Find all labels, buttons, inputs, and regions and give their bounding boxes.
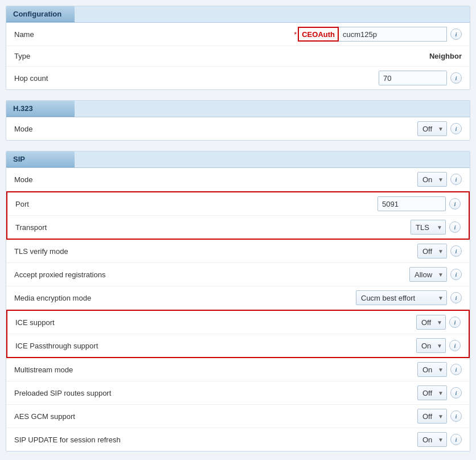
hop-count-label: Hop count (14, 74, 196, 83)
name-info-button[interactable]: i (450, 28, 462, 40)
multistream-mode-row: Multistream mode On Off ▼ i (6, 358, 470, 381)
h323-mode-select-wrap: Off On ▼ (417, 121, 447, 136)
tls-verify-mode-select-wrap: Off On ▼ (417, 244, 447, 258)
ice-passthrough-select[interactable]: On Off (416, 338, 446, 353)
h323-section: H.323 Mode Off On ▼ i (6, 100, 470, 141)
media-encryption-row: Media encryption mode Cucm best effort O… (6, 286, 470, 310)
sip-mode-value: On Off ▼ i (196, 172, 462, 187)
required-star: * (294, 30, 297, 39)
preloaded-sip-select-wrap: Off On ▼ (417, 385, 447, 400)
ice-passthrough-label: ICE Passthrough support (15, 342, 198, 350)
aes-gcm-value: Off On ▼ i (196, 409, 462, 424)
sip-mode-row: Mode On Off ▼ i (6, 168, 470, 191)
ice-passthrough-info-button[interactable]: i (449, 340, 461, 351)
ice-support-value: Off On ▼ i (198, 315, 461, 330)
port-transport-highlight-box: Port i Transport TLS TCP UDP ▼ (6, 191, 470, 240)
name-label: Name (14, 30, 196, 39)
preloaded-sip-label: Preloaded SIP routes support (14, 389, 196, 397)
media-encryption-select[interactable]: Cucm best effort Off On (356, 290, 447, 305)
type-value: Neighbor (196, 52, 462, 60)
h323-mode-select[interactable]: Off On (417, 121, 447, 136)
tls-verify-mode-value: Off On ▼ i (196, 244, 462, 258)
preloaded-sip-select[interactable]: Off On (417, 385, 447, 400)
sip-update-info-button[interactable]: i (450, 434, 462, 445)
name-input-group: * CEOAuth cucm125p (294, 27, 447, 42)
sip-section: SIP Mode On Off ▼ i Port (6, 151, 470, 451)
tls-verify-mode-row: TLS verify mode Off On ▼ i (6, 240, 470, 263)
name-suffix[interactable]: cucm125p (339, 27, 447, 42)
ice-support-row: ICE support Off On ▼ i (7, 311, 469, 334)
accept-proxied-row: Accept proxied registrations Allow Deny … (6, 263, 470, 286)
h323-mode-label: Mode (14, 125, 196, 133)
media-encryption-select-wrap: Cucm best effort Off On ▼ (356, 290, 447, 305)
hop-count-info-button[interactable]: i (450, 72, 462, 84)
hop-count-input[interactable] (379, 71, 447, 85)
ice-highlight-box: ICE support Off On ▼ i ICE Passthrough s… (6, 310, 470, 358)
accept-proxied-value: Allow Deny ▼ i (196, 267, 462, 282)
accept-proxied-select[interactable]: Allow Deny (409, 267, 447, 282)
accept-proxied-info-button[interactable]: i (450, 269, 462, 280)
hop-count-value: i (196, 71, 462, 85)
h323-title: H.323 (6, 101, 75, 117)
preloaded-sip-value: Off On ▼ i (196, 385, 462, 400)
sip-transport-value: TLS TCP UDP ▼ i (198, 220, 461, 235)
sip-update-select-wrap: On Off ▼ (417, 432, 447, 447)
sip-update-row: SIP UPDATE for session refresh On Off ▼ … (6, 428, 470, 451)
hop-count-row: Hop count i (6, 67, 470, 89)
h323-mode-value: Off On ▼ i (196, 121, 462, 136)
accept-proxied-select-wrap: Allow Deny ▼ (409, 267, 447, 282)
name-row: Name * CEOAuth cucm125p i (6, 23, 470, 46)
sip-transport-select-wrap: TLS TCP UDP ▼ (411, 220, 446, 235)
ice-support-select-wrap: Off On ▼ (416, 315, 446, 330)
accept-proxied-label: Accept proxied registrations (14, 270, 196, 279)
configuration-title: Configuration (6, 6, 75, 22)
sip-port-row: Port i (7, 192, 469, 216)
sip-update-value: On Off ▼ i (196, 432, 462, 447)
tls-verify-info-button[interactable]: i (450, 245, 462, 257)
sip-transport-info-button[interactable]: i (449, 221, 461, 233)
aes-gcm-select[interactable]: Off On (417, 409, 447, 424)
name-prefix[interactable]: CEOAuth (298, 27, 339, 42)
aes-gcm-row: AES GCM support Off On ▼ i (6, 405, 470, 428)
sip-port-label: Port (15, 200, 198, 208)
media-encryption-label: Media encryption mode (14, 294, 196, 302)
tls-verify-mode-label: TLS verify mode (14, 247, 196, 256)
sip-mode-info-button[interactable]: i (450, 174, 462, 185)
h323-body: Mode Off On ▼ i (6, 117, 470, 140)
multistream-mode-value: On Off ▼ i (196, 362, 462, 377)
media-encryption-value: Cucm best effort Off On ▼ i (196, 290, 462, 305)
sip-mode-select-wrap: On Off ▼ (417, 172, 447, 187)
aes-gcm-select-wrap: Off On ▼ (417, 409, 447, 424)
multistream-select[interactable]: On Off (417, 362, 447, 377)
sip-transport-select[interactable]: TLS TCP UDP (411, 220, 446, 235)
media-encryption-info-button[interactable]: i (450, 292, 462, 303)
configuration-header-row: Configuration (6, 6, 470, 23)
sip-title: SIP (6, 151, 75, 167)
ice-support-select[interactable]: Off On (416, 315, 446, 330)
sip-update-select[interactable]: On Off (417, 432, 447, 447)
ice-passthrough-row: ICE Passthrough support On Off ▼ i (7, 334, 469, 357)
configuration-body: Name * CEOAuth cucm125p i Type Neighbor … (6, 23, 470, 89)
sip-mode-select[interactable]: On Off (417, 172, 447, 187)
sip-port-value: i (198, 196, 461, 211)
sip-update-label: SIP UPDATE for session refresh (14, 436, 196, 444)
aes-gcm-info-button[interactable]: i (450, 410, 462, 422)
ice-support-info-button[interactable]: i (449, 317, 461, 328)
sip-port-info-button[interactable]: i (449, 198, 461, 210)
multistream-info-button[interactable]: i (450, 364, 462, 375)
sip-transport-row: Transport TLS TCP UDP ▼ i (7, 216, 469, 239)
ice-passthrough-value: On Off ▼ i (198, 338, 461, 353)
ice-support-label: ICE support (15, 318, 198, 327)
sip-port-input[interactable] (377, 196, 446, 211)
sip-body: Mode On Off ▼ i Port i (6, 168, 470, 451)
sip-header-row: SIP (6, 151, 470, 168)
h323-mode-info-button[interactable]: i (450, 123, 462, 134)
type-label: Type (14, 52, 196, 60)
type-row: Type Neighbor (6, 46, 470, 67)
ice-passthrough-select-wrap: On Off ▼ (416, 338, 446, 353)
multistream-select-wrap: On Off ▼ (417, 362, 447, 377)
sip-mode-label: Mode (14, 175, 196, 184)
preloaded-sip-info-button[interactable]: i (450, 387, 462, 399)
configuration-section: Configuration Name * CEOAuth cucm125p i … (6, 6, 470, 90)
tls-verify-mode-select[interactable]: Off On (417, 244, 447, 258)
